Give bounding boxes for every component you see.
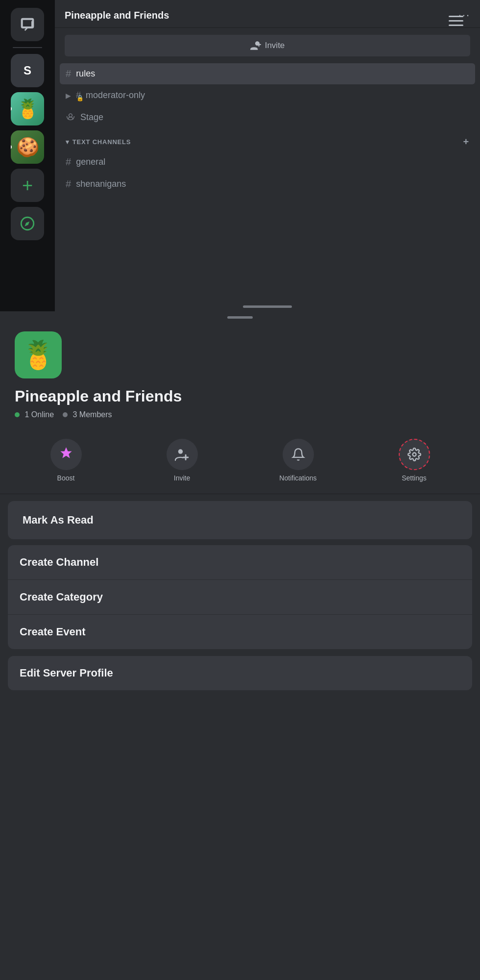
svg-marker-3 — [60, 447, 72, 458]
hamburger-line-2 — [449, 20, 463, 22]
svg-point-4 — [412, 453, 416, 456]
server-avatar: 🍍 — [15, 331, 62, 378]
create-menu-group: Create Channel Create Category Create Ev… — [8, 545, 472, 649]
hamburger-line-3 — [449, 25, 463, 26]
hamburger-line-1 — [449, 16, 463, 17]
create-channel-label: Create Channel — [20, 556, 98, 568]
edit-menu-group: Edit Server Profile — [8, 656, 472, 690]
hash-icon: # — [66, 68, 71, 79]
drag-handle — [227, 316, 253, 319]
settings-icon-circle — [399, 439, 430, 470]
channel-header: Pineapple and Friends ··· — [55, 0, 480, 28]
scroll-indicator — [243, 305, 292, 308]
invite-label: Invite — [265, 41, 285, 50]
invite-action[interactable]: Invite — [160, 439, 204, 482]
rail-cookie-server[interactable]: 🍪 — [11, 130, 44, 164]
invite-icon-circle — [167, 439, 198, 470]
top-section: S 🍍 🍪 + Pineapple and Friends ··· — [0, 0, 480, 314]
create-event-button[interactable]: Create Event — [8, 615, 472, 649]
edit-server-profile-label: Edit Server Profile — [20, 667, 113, 679]
mark-as-read-button[interactable]: Mark As Read — [8, 501, 472, 539]
channel-rules[interactable]: # rules — [60, 63, 475, 84]
rail-pineapple-server[interactable]: 🍍 — [11, 92, 44, 126]
online-stat: 1 Online — [15, 410, 54, 419]
channel-moderator-only[interactable]: ▶ # 🔒 moderator-only — [60, 85, 475, 105]
invite-button[interactable]: Invite — [65, 35, 470, 56]
notifications-icon-circle — [283, 439, 314, 470]
edit-server-profile-button[interactable]: Edit Server Profile — [8, 656, 472, 690]
notifications-label: Notifications — [279, 474, 316, 482]
svg-point-2 — [69, 114, 72, 117]
rail-add-server[interactable]: + — [11, 169, 44, 202]
hamburger-menu-button[interactable] — [449, 10, 470, 31]
invite-label: Invite — [174, 474, 190, 482]
server-name-header: Pineapple and Friends — [65, 10, 169, 21]
hash-icon: # — [66, 156, 71, 168]
boost-label: Boost — [57, 474, 75, 482]
rail-server-s[interactable]: S — [11, 54, 44, 87]
category-label: TEXT CHANNELS — [72, 138, 463, 146]
channel-general[interactable]: # general — [60, 151, 475, 173]
server-stats: 1 Online 3 Members — [15, 410, 465, 419]
notification-dot — [11, 107, 12, 111]
boost-action[interactable]: Boost — [44, 439, 88, 482]
members-stat: 3 Members — [63, 410, 112, 419]
locked-hash-icon: # 🔒 — [76, 90, 81, 101]
server-avatar-emoji: 🍍 — [21, 339, 55, 371]
server-s-label: S — [24, 64, 31, 77]
server-action-sheet: 🍍 Pineapple and Friends 1 Online 3 Membe… — [0, 311, 480, 980]
channel-name: moderator-only — [86, 90, 145, 101]
notifications-action[interactable]: Notifications — [276, 439, 320, 482]
category-arrow: ▾ — [66, 138, 70, 146]
category-text-channels[interactable]: ▾ TEXT CHANNELS + — [60, 129, 475, 151]
server-identity-section: 🍍 Pineapple and Friends 1 Online 3 Membe… — [0, 327, 480, 429]
add-channel-button[interactable]: + — [463, 136, 469, 148]
members-dot — [63, 412, 68, 417]
boost-icon — [59, 446, 73, 463]
mark-as-read-label: Mark As Read — [23, 514, 94, 526]
mark-as-read-section: Mark As Read — [8, 501, 472, 539]
create-category-button[interactable]: Create Category — [8, 580, 472, 615]
hash-icon: # — [66, 178, 71, 190]
settings-action[interactable]: Settings — [392, 439, 436, 482]
boost-icon-circle — [50, 439, 82, 470]
channel-stage[interactable]: Stage — [60, 106, 475, 128]
channel-name: general — [76, 157, 105, 167]
rail-discover[interactable] — [11, 207, 44, 240]
rail-direct-messages[interactable] — [11, 8, 44, 41]
settings-label: Settings — [402, 474, 427, 482]
create-category-label: Create Category — [20, 591, 103, 603]
channel-list: # rules ▶ # 🔒 moderator-only — [55, 63, 480, 195]
channel-name: shenanigans — [76, 179, 126, 189]
create-channel-button[interactable]: Create Channel — [8, 545, 472, 580]
stage-icon — [66, 111, 75, 124]
channel-name: Stage — [80, 112, 103, 123]
channel-shenanigans[interactable]: # shenanigans — [60, 174, 475, 195]
add-icon: + — [22, 175, 33, 196]
channel-name: rules — [76, 69, 95, 79]
action-icons-row: Boost Invite Notifications — [0, 429, 480, 494]
create-event-label: Create Event — [20, 626, 86, 638]
online-dot — [15, 412, 20, 417]
chevron-icon: ▶ — [66, 92, 71, 100]
channel-panel: Pineapple and Friends ··· Invite # rules… — [55, 0, 480, 314]
server-title: Pineapple and Friends — [15, 387, 465, 405]
server-rail: S 🍍 🍪 + — [0, 0, 55, 314]
notification-dot-2 — [11, 145, 12, 149]
